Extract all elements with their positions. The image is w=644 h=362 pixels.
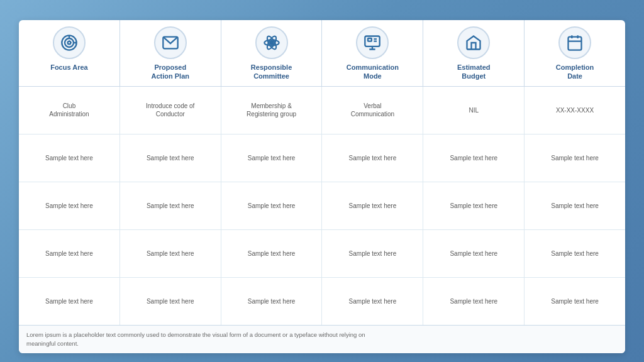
table-cell: Sample text here [423, 230, 525, 277]
atom-icon [255, 26, 288, 59]
header-cell-completion-date: Completion Date [525, 20, 625, 86]
svg-point-1 [65, 38, 74, 47]
footer-text: Lorem ipsum is a placeholder text common… [26, 331, 618, 349]
table-cell: Membership & Registering group [221, 87, 323, 134]
table-cell: XX-XX-XXXX [525, 87, 625, 134]
table-cell: Sample text here [322, 134, 423, 182]
table-cell: Sample text here [19, 278, 120, 325]
header-label-proposed-action-plan: Proposed Action Plan [151, 63, 189, 81]
table-cell: Sample text here [525, 134, 625, 182]
table-cell: Sample text here [322, 182, 423, 229]
header-row: Focus Area Proposed Action Plan Responsi… [19, 20, 625, 87]
table-cell: Sample text here [525, 182, 625, 229]
header-cell-responsible-committee: Responsible Committee [221, 20, 323, 86]
header-label-focus-area: Focus Area [50, 63, 88, 72]
table-row: Club AdministrationIntroduce code of Con… [19, 87, 625, 134]
target-icon [53, 26, 86, 59]
table-cell: Sample text here [120, 134, 221, 182]
table-cell: Sample text here [120, 278, 221, 325]
header-cell-estimated-budget: Estimated Budget [423, 20, 525, 86]
calendar-icon [558, 26, 591, 59]
table-cell: Sample text here [525, 278, 625, 325]
table-row: Sample text hereSample text hereSample t… [19, 182, 625, 230]
monitor-icon [356, 26, 389, 59]
svg-rect-16 [569, 37, 582, 50]
header-cell-focus-area: Focus Area [19, 20, 120, 86]
header-cell-proposed-action-plan: Proposed Action Plan [120, 20, 221, 86]
table-cell: Verbal Communication [322, 87, 423, 134]
table-cell: Sample text here [423, 182, 525, 229]
table-cell: Sample text here [221, 278, 323, 325]
svg-point-6 [270, 41, 274, 45]
table-cell: Sample text here [423, 134, 525, 182]
table-cell: Sample text here [221, 230, 323, 277]
header-label-communication-mode: Communication Mode [347, 63, 399, 81]
header-label-estimated-budget: Estimated Budget [457, 63, 491, 81]
table-row: Sample text hereSample text hereSample t… [19, 134, 625, 182]
table-cell: Sample text here [19, 230, 120, 277]
table-cell: Sample text here [322, 278, 423, 325]
house-icon [457, 26, 490, 59]
table-cell: Sample text here [525, 230, 625, 277]
table-cell: Sample text here [221, 134, 323, 182]
table-cell: Sample text here [120, 230, 221, 277]
main-card: Focus Area Proposed Action Plan Responsi… [19, 20, 625, 353]
table-cell: Sample text here [120, 182, 221, 229]
table-cell: Sample text here [19, 134, 120, 182]
svg-rect-10 [365, 36, 380, 47]
table-cell: Sample text here [19, 182, 120, 229]
table-row: Sample text hereSample text hereSample t… [19, 230, 625, 278]
header-cell-communication-mode: Communication Mode [322, 20, 423, 86]
table-cell: Introduce code of Conductor [120, 87, 221, 134]
footer-area: Lorem ipsum is a placeholder text common… [19, 325, 625, 354]
table-cell: Sample text here [221, 182, 323, 229]
table-area: Focus Area Proposed Action Plan Responsi… [19, 20, 625, 325]
table-row: Sample text hereSample text hereSample t… [19, 278, 625, 325]
table-cell: NIL [423, 87, 525, 134]
header-label-completion-date: Completion Date [556, 63, 594, 81]
table-cell: Sample text here [423, 278, 525, 325]
table-cell: Club Administration [19, 87, 120, 134]
header-label-responsible-committee: Responsible Committee [251, 63, 292, 81]
mail-icon [154, 26, 187, 59]
svg-rect-13 [368, 38, 372, 41]
data-rows: Club AdministrationIntroduce code of Con… [19, 87, 625, 325]
table-cell: Sample text here [322, 230, 423, 277]
